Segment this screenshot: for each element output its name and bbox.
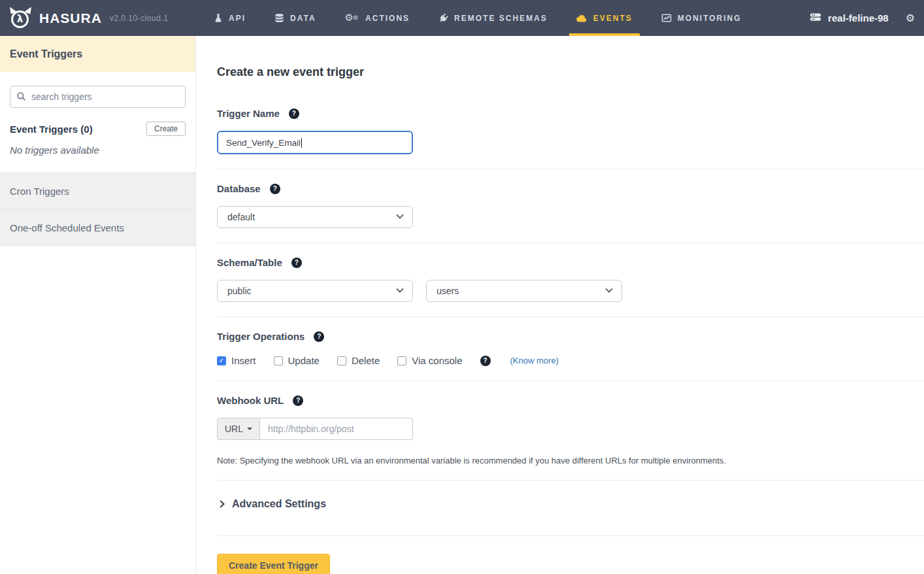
plug-icon [438, 13, 448, 24]
webhook-note: Note: Specifying the webhook URL via an … [217, 456, 924, 465]
checkbox-via-console[interactable]: Via console [397, 355, 462, 366]
navbar-right: real-feline-98 ⚙ [810, 0, 924, 36]
checkbox-label: Update [288, 355, 320, 366]
operations-checkboxes: ✓ Insert Update Delete Via console [217, 355, 924, 366]
schema-selected-value: public [227, 286, 252, 296]
search-input[interactable] [10, 86, 186, 108]
nav-item-api[interactable]: API [206, 0, 253, 36]
logo-lambda: λ [11, 10, 29, 28]
create-trigger-button[interactable]: Create [146, 122, 186, 136]
no-triggers-message: No triggers available [10, 144, 186, 156]
table-select[interactable]: users [426, 280, 622, 302]
chevron-right-icon [217, 500, 224, 507]
main-panel: Create a new event trigger Trigger Name … [196, 36, 924, 574]
trigger-name-section: Trigger Name ? Send_Verify_Email [217, 108, 924, 169]
brand[interactable]: λ HASURA v2.0.10-cloud.1 [0, 0, 199, 36]
database-icon [274, 13, 284, 24]
create-event-trigger-button[interactable]: Create Event Trigger [217, 554, 330, 574]
webhook-url-input[interactable] [260, 418, 413, 440]
chart-line-icon [661, 13, 672, 23]
chevron-down-icon [396, 212, 403, 219]
page-layout: Event Triggers Event Triggers (0) Create… [0, 36, 924, 574]
trigger-name-label-row: Trigger Name ? [217, 108, 924, 119]
help-icon[interactable]: ? [289, 109, 299, 119]
checkbox-unchecked-icon [397, 356, 406, 365]
trigger-name-label: Trigger Name [217, 108, 280, 119]
schema-table-control: public users [217, 280, 924, 302]
advanced-settings-section: Advanced Settings [217, 481, 924, 536]
trigger-operations-section: Trigger Operations ? ✓ Insert Update Del… [217, 317, 924, 381]
trigger-name-input[interactable]: Send_Verify_Email [217, 131, 413, 154]
nav-item-label: MONITORING [678, 14, 742, 23]
url-type-dropdown[interactable]: URL [217, 418, 260, 440]
operations-label: Trigger Operations [217, 331, 305, 342]
flask-icon [214, 13, 223, 23]
nav-item-label: ACTIONS [365, 14, 410, 23]
settings-gear-icon[interactable]: ⚙ [906, 12, 915, 24]
checkbox-insert[interactable]: ✓ Insert [217, 355, 256, 366]
version-label: v2.0.10-cloud.1 [110, 14, 169, 23]
chevron-down-icon [396, 286, 403, 293]
caret-down-icon [247, 428, 252, 430]
checkbox-update[interactable]: Update [274, 355, 320, 366]
sidebar-item-cron-triggers[interactable]: Cron Triggers [0, 173, 195, 209]
database-select[interactable]: default [217, 206, 413, 228]
table-selected-value: users [437, 286, 459, 296]
sidebar-item-one-off-scheduled-events[interactable]: One-off Scheduled Events [0, 209, 195, 246]
gears-icon: ⚙⚙ [345, 13, 360, 23]
checkbox-checked-icon: ✓ [217, 356, 226, 365]
checkbox-unchecked-icon [274, 356, 283, 365]
checkbox-unchecked-icon [337, 356, 346, 365]
top-navbar: λ HASURA v2.0.10-cloud.1 API DATA ⚙⚙ ACT… [0, 0, 924, 36]
project-selector[interactable]: real-feline-98 [810, 12, 889, 24]
webhook-label-row: Webhook URL ? [217, 395, 924, 406]
trigger-name-value: Send_Verify_Email [226, 138, 301, 148]
nav-item-label: REMOTE SCHEMAS [454, 14, 548, 23]
nav-items: API DATA ⚙⚙ ACTIONS REMOTE SCHEMAS EVENT… [199, 0, 756, 36]
sidebar-item-event-triggers[interactable]: Event Triggers [0, 36, 195, 72]
checkbox-label: Delete [352, 355, 380, 366]
page-title: Create a new event trigger [217, 65, 924, 79]
help-icon[interactable]: ? [480, 356, 491, 366]
schema-table-section: Schema/Table ? public users [217, 243, 924, 317]
nav-item-remote-schemas[interactable]: REMOTE SCHEMAS [431, 0, 555, 36]
operations-label-row: Trigger Operations ? [217, 331, 924, 342]
know-more-link[interactable]: (Know more) [510, 356, 559, 365]
server-icon [810, 12, 821, 24]
nav-item-label: API [229, 14, 246, 23]
database-selected-value: default [227, 212, 255, 222]
help-icon[interactable]: ? [314, 331, 324, 342]
database-control: default [217, 206, 924, 228]
webhook-section: Webhook URL ? URL Note: Specifying the w… [217, 381, 924, 481]
search-wrap [10, 86, 186, 108]
checkbox-label: Via console [412, 355, 462, 366]
webhook-url-group: URL [217, 418, 413, 440]
checkbox-delete[interactable]: Delete [337, 355, 380, 366]
help-icon[interactable]: ? [293, 396, 303, 406]
checkbox-label: Insert [231, 355, 256, 366]
advanced-settings-label: Advanced Settings [232, 498, 326, 510]
triggers-count-label: Event Triggers (0) [10, 124, 93, 135]
database-label: Database [217, 183, 261, 194]
schema-table-label: Schema/Table [217, 257, 282, 268]
sidebar-item-label: One-off Scheduled Events [10, 222, 124, 233]
project-name: real-feline-98 [828, 12, 889, 24]
help-icon[interactable]: ? [291, 258, 302, 268]
nav-item-monitoring[interactable]: MONITORING [654, 0, 749, 36]
sidebar: Event Triggers Event Triggers (0) Create… [0, 36, 196, 574]
advanced-settings-toggle[interactable]: Advanced Settings [217, 498, 924, 516]
sidebar-item-label: Cron Triggers [10, 186, 69, 197]
nav-item-actions[interactable]: ⚙⚙ ACTIONS [338, 0, 418, 36]
text-caret [301, 138, 302, 148]
nav-item-events[interactable]: EVENTS [569, 0, 640, 36]
nav-item-data[interactable]: DATA [267, 0, 323, 36]
webhook-label: Webhook URL [217, 395, 284, 406]
database-section: Database ? default [217, 169, 924, 243]
nav-item-label: DATA [290, 14, 316, 23]
database-label-row: Database ? [217, 183, 924, 194]
help-icon[interactable]: ? [270, 184, 280, 194]
nav-item-label: EVENTS [593, 14, 633, 23]
schema-select[interactable]: public [217, 280, 413, 302]
chevron-down-icon [605, 286, 612, 293]
cloud-icon [576, 14, 587, 23]
